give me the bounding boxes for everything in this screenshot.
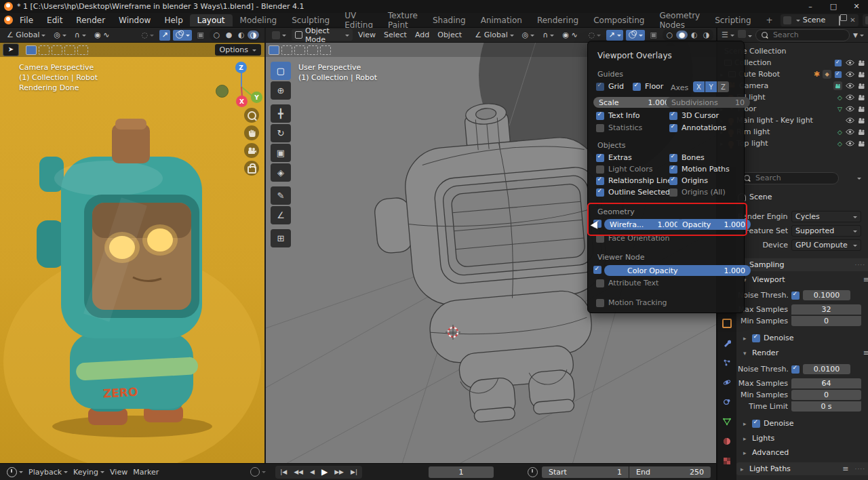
viewport-subsection-header[interactable]: ▾ Viewport ≡	[743, 274, 868, 285]
object-data-properties-tab[interactable]	[722, 417, 732, 426]
denoise-checkbox[interactable]	[752, 420, 760, 428]
extras-row[interactable]: Extras	[596, 153, 632, 162]
active-tool-icon[interactable]: ➤	[3, 43, 19, 56]
previous-keyframe-button[interactable]: ◀◀	[291, 468, 306, 475]
noise-threshold-checkbox[interactable]	[791, 292, 800, 300]
bones-row[interactable]: Bones	[669, 153, 705, 162]
outliner-search[interactable]	[755, 29, 850, 41]
properties-search[interactable]	[738, 172, 839, 184]
gizmos-toggle[interactable]: ↗	[159, 30, 170, 41]
show-gizmo-dropdown[interactable]: ◌	[139, 31, 157, 39]
collection-checkbox[interactable]	[835, 59, 842, 66]
presets-icon[interactable]: ≡	[863, 348, 868, 357]
tool-transform[interactable]: ◈	[271, 163, 291, 182]
select-mode-new-icon[interactable]	[26, 45, 37, 55]
grid-checkbox-row[interactable]: Grid	[596, 82, 624, 91]
render-subsection-header[interactable]: ▾ Render ≡	[743, 347, 868, 359]
device-dropdown[interactable]: GPU Compute	[791, 239, 861, 251]
hide-eye-icon[interactable]	[845, 140, 854, 146]
material-properties-tab[interactable]	[722, 437, 732, 446]
shading-material-button[interactable]: ◐	[688, 31, 700, 39]
current-frame-field[interactable]: 1	[429, 466, 494, 478]
hide-eye-icon[interactable]	[845, 129, 854, 135]
select-mode-invert-icon[interactable]	[307, 45, 318, 55]
menu-object[interactable]: Object	[435, 31, 465, 39]
snap-magnet-icon[interactable]: ∩	[72, 31, 89, 39]
min-samples-field[interactable]: 0	[791, 390, 861, 400]
search-options-caret[interactable]	[857, 178, 861, 182]
outline-selected-row[interactable]: Outline Selected	[596, 188, 670, 197]
min-samples-field[interactable]: 0	[791, 316, 861, 326]
display-mode-dropdown[interactable]: ☰	[722, 31, 734, 39]
3d-cursor-row[interactable]: 3D Cursor	[669, 111, 719, 120]
zoom-icon[interactable]	[244, 108, 259, 123]
hide-eye-icon[interactable]	[845, 60, 854, 66]
object-properties-tab[interactable]	[722, 319, 732, 328]
close-button[interactable]: ✕	[845, 0, 868, 13]
advanced-subsection[interactable]: ▸ Advanced	[743, 447, 868, 458]
constraint-properties-tab[interactable]	[722, 397, 732, 407]
xray-toggle[interactable]: ▣	[648, 31, 660, 39]
axis-x-toggle[interactable]: X	[693, 81, 705, 92]
hide-eye-icon[interactable]	[845, 71, 854, 77]
auto-keying-icon[interactable]	[250, 467, 260, 477]
hide-eye-icon[interactable]	[845, 117, 854, 123]
editor-type-dropdown[interactable]	[269, 31, 289, 39]
keying-menu[interactable]: Keying	[71, 468, 107, 477]
shading-wireframe-button[interactable]: ○	[211, 31, 222, 39]
jump-to-start-button[interactable]: |◀	[277, 468, 290, 475]
axis-z-toggle[interactable]: Z	[717, 81, 729, 92]
filter-funnel-icon[interactable]: ▼	[853, 32, 864, 39]
menu-edit[interactable]: Edit	[40, 16, 69, 25]
workspace-tab-layout[interactable]: Layout	[190, 14, 233, 26]
play-button[interactable]: ▶	[319, 467, 330, 477]
physics-properties-tab[interactable]	[722, 378, 732, 387]
mode-dropdown[interactable]: Object Mode	[292, 29, 353, 41]
pivot-point-dropdown[interactable]: ◎	[51, 31, 69, 39]
render-camera-icon[interactable]	[857, 106, 867, 113]
viewport-denoise-row[interactable]: ▸ Denoise	[743, 332, 868, 344]
origins-all-row[interactable]: Origins (All)	[669, 188, 726, 197]
noise-threshold-field[interactable]: 0.0100	[803, 364, 850, 374]
jump-to-end-button[interactable]: ▶|	[348, 468, 360, 475]
show-gizmo-dropdown[interactable]: ◌	[586, 31, 604, 39]
scene-selector[interactable]: Scene ✕	[781, 14, 859, 26]
cute-robot-checkbox[interactable]	[835, 71, 842, 77]
menu-add[interactable]: Add	[412, 31, 432, 39]
shading-solid-button[interactable]: ●	[676, 31, 688, 39]
snap-magnet-icon[interactable]: ∩	[540, 31, 557, 39]
menu-view[interactable]: View	[355, 31, 378, 39]
render-camera-icon[interactable]	[857, 129, 867, 136]
hide-eye-icon[interactable]	[845, 94, 854, 100]
transform-orientation-dropdown[interactable]: ∠ Global	[472, 31, 516, 39]
select-mode-subtract-icon[interactable]	[294, 45, 305, 55]
workspace-tab-shading[interactable]: Shading	[425, 14, 473, 26]
transform-orientation-dropdown[interactable]: ∠ Global	[4, 31, 48, 39]
workspace-tab-scripting[interactable]: Scripting	[707, 14, 758, 26]
maximize-button[interactable]: □	[822, 0, 845, 13]
max-samples-field[interactable]: 64	[791, 378, 861, 388]
previous-frame-button[interactable]: ◀	[307, 468, 317, 475]
shading-material-button[interactable]: ◐	[235, 31, 247, 39]
outliner-search-input[interactable]	[772, 30, 822, 40]
select-mode-extend-icon[interactable]	[39, 45, 50, 55]
select-mode-new-icon[interactable]	[269, 45, 279, 55]
render-camera-icon[interactable]	[857, 71, 867, 78]
workspace-tab-modeling[interactable]: Modeling	[233, 14, 285, 26]
texture-properties-tab[interactable]	[722, 456, 732, 466]
light-colors-row[interactable]: Light Colors	[596, 165, 652, 174]
timeline-editor-type-dropdown[interactable]	[4, 467, 26, 477]
tool-cursor[interactable]: ⊕	[271, 81, 291, 100]
select-mode-intersect-icon[interactable]	[320, 45, 331, 55]
pin-icon[interactable]	[853, 193, 861, 201]
scene-name[interactable]: Scene	[803, 16, 826, 24]
origins-row[interactable]: Origins	[669, 176, 708, 185]
workspace-tab-rendering[interactable]: Rendering	[530, 14, 586, 26]
tool-add-cube[interactable]: ⊞	[271, 229, 291, 247]
presets-icon[interactable]: ≡	[863, 275, 868, 284]
workspace-tab-compositing[interactable]: Compositing	[586, 14, 652, 26]
render-denoise-row[interactable]: ▸ Denoise	[743, 418, 868, 429]
proportional-editing-icon[interactable]: ◉ ∿	[92, 31, 112, 39]
lights-subsection[interactable]: ▸ Lights	[743, 433, 868, 444]
blender-menu-icon[interactable]	[4, 16, 13, 24]
